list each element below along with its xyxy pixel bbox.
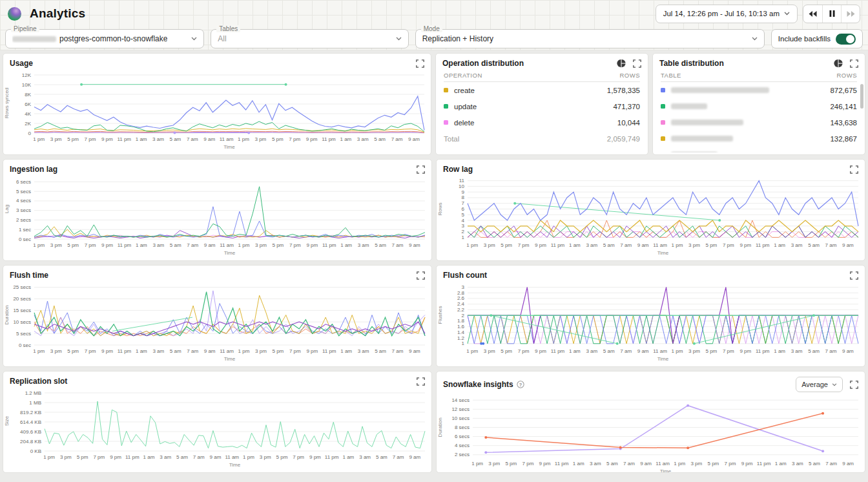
help-icon[interactable]: ? xyxy=(517,381,524,388)
svg-text:9 am: 9 am xyxy=(210,454,222,460)
expand-icon[interactable] xyxy=(850,271,858,280)
svg-text:11 am: 11 am xyxy=(220,348,234,354)
pie-chart-icon[interactable] xyxy=(834,59,843,68)
pie-chart-icon[interactable] xyxy=(617,59,626,68)
svg-text:3 pm: 3 pm xyxy=(255,348,267,354)
svg-text:1 am: 1 am xyxy=(143,454,155,460)
expand-icon[interactable] xyxy=(850,165,858,174)
svg-text:5: 5 xyxy=(462,212,465,218)
expand-icon[interactable] xyxy=(417,271,425,280)
flush-time-chart-canvas: 0 sec5 secs10 secs15 secs20 secs25 secs1… xyxy=(3,280,431,362)
scrollbar-thumb[interactable] xyxy=(860,84,863,109)
row-value: 84,567 xyxy=(834,151,857,153)
svg-text:11 pm: 11 pm xyxy=(756,242,770,248)
svg-text:3 am: 3 am xyxy=(160,454,171,460)
table-row: create1,578,335 xyxy=(444,82,640,98)
svg-text:8K: 8K xyxy=(25,92,31,98)
svg-text:8: 8 xyxy=(462,194,465,200)
flush-time-card: Flush time 0 sec5 secs10 secs15 secs20 s… xyxy=(3,265,432,367)
mode-select[interactable]: Mode Replication + History xyxy=(415,29,765,48)
svg-text:5 am: 5 am xyxy=(170,348,181,354)
svg-text:0 sec: 0 sec xyxy=(19,342,31,348)
svg-text:5 am: 5 am xyxy=(808,242,820,248)
date-range-button[interactable]: Jul 14, 12:26 pm - Jul 16, 10:13 am xyxy=(656,5,798,23)
svg-text:Duration: Duration xyxy=(437,417,443,437)
svg-text:7 pm: 7 pm xyxy=(289,136,300,142)
svg-text:5 pm: 5 pm xyxy=(67,242,79,248)
row-label: create xyxy=(454,87,475,94)
svg-text:6K: 6K xyxy=(25,101,31,107)
svg-text:1.6: 1.6 xyxy=(457,324,465,330)
svg-text:3 am: 3 am xyxy=(357,136,369,142)
svg-text:1: 1 xyxy=(462,341,465,346)
svg-text:1 pm: 1 pm xyxy=(672,242,683,248)
chart-title: Flush time xyxy=(10,271,48,280)
svg-text:1 am: 1 am xyxy=(136,348,147,354)
forward-button[interactable] xyxy=(841,5,860,23)
expand-icon[interactable] xyxy=(633,59,641,68)
svg-text:Time: Time xyxy=(224,250,236,256)
svg-text:2 secs: 2 secs xyxy=(16,217,31,223)
svg-text:7 pm: 7 pm xyxy=(289,348,301,354)
redacted-text xyxy=(12,36,56,42)
aggregate-select[interactable]: Average xyxy=(796,377,843,392)
svg-text:1 pm: 1 pm xyxy=(33,348,45,354)
svg-text:11 pm: 11 pm xyxy=(322,348,336,354)
svg-text:5 pm: 5 pm xyxy=(276,454,288,460)
svg-text:9 pm: 9 pm xyxy=(535,242,546,248)
expand-icon[interactable] xyxy=(417,165,425,174)
tables-value: All xyxy=(218,34,226,43)
svg-text:5 pm: 5 pm xyxy=(501,242,512,248)
ingestion-lag-chart-canvas: 0 sec1 sec2 secs3 secs4 secs5 secs6 secs… xyxy=(3,174,431,256)
table-total-row: Total2,059,749 xyxy=(444,131,640,147)
chevron-down-icon xyxy=(396,37,402,41)
tables-select[interactable]: Tables All xyxy=(211,29,408,48)
snowflake-insights-card: Snowflake insights ? Average 2 secs4 sec… xyxy=(436,371,865,473)
include-backfills-control: Include backfills xyxy=(771,29,863,48)
svg-text:14 secs: 14 secs xyxy=(451,397,470,403)
flush-count-card: Flush count 11.21.41.61.822.22.42.62.831… xyxy=(436,265,865,367)
svg-text:3 pm: 3 pm xyxy=(254,136,266,142)
svg-text:5 pm: 5 pm xyxy=(67,348,79,354)
flush-count-chart-canvas: 11.21.41.61.822.22.42.62.831 pm3 pm5 pm7… xyxy=(437,280,865,362)
svg-text:1.4: 1.4 xyxy=(457,330,465,335)
svg-text:Duration: Duration xyxy=(4,305,10,324)
svg-text:Rows: Rows xyxy=(437,202,443,215)
svg-text:819.2 KB: 819.2 KB xyxy=(20,410,41,415)
svg-text:3 pm: 3 pm xyxy=(60,454,72,460)
svg-text:1 pm: 1 pm xyxy=(238,348,250,354)
rewind-button[interactable] xyxy=(803,5,822,23)
chart-title: Row lag xyxy=(443,165,473,174)
row-value: 1,578,335 xyxy=(607,87,640,94)
svg-text:6 secs: 6 secs xyxy=(455,434,470,439)
svg-text:7 am: 7 am xyxy=(825,461,837,466)
series-swatch xyxy=(444,120,448,125)
svg-text:1 am: 1 am xyxy=(340,136,351,142)
svg-text:3 pm: 3 pm xyxy=(50,348,62,354)
series-swatch xyxy=(661,104,665,109)
forward-icon xyxy=(847,11,855,17)
svg-text:5 pm: 5 pm xyxy=(67,136,79,142)
chevron-down-icon xyxy=(191,37,197,41)
expand-icon[interactable] xyxy=(416,59,424,68)
row-value: 10,044 xyxy=(617,119,640,127)
svg-text:10: 10 xyxy=(459,183,464,189)
svg-text:1 am: 1 am xyxy=(573,461,584,466)
svg-text:20 secs: 20 secs xyxy=(13,296,31,302)
row-lag-card: Row lag 12345678910111 pm3 pm5 pm7 pm9 p… xyxy=(436,159,865,261)
svg-text:3 pm: 3 pm xyxy=(50,242,62,248)
svg-text:10K: 10K xyxy=(22,82,32,88)
expand-icon[interactable] xyxy=(850,381,858,389)
expand-icon[interactable] xyxy=(850,59,858,68)
svg-text:5 am: 5 am xyxy=(809,461,820,466)
include-backfills-toggle[interactable] xyxy=(836,34,856,45)
svg-text:5 secs: 5 secs xyxy=(16,331,31,337)
svg-text:7 am: 7 am xyxy=(392,242,404,248)
expand-icon[interactable] xyxy=(417,377,425,386)
svg-text:7 am: 7 am xyxy=(187,242,198,248)
svg-text:3 am: 3 am xyxy=(791,242,803,248)
pipeline-select[interactable]: Pipeline postgres-common-to-snowflake xyxy=(5,29,204,48)
svg-text:1 sec: 1 sec xyxy=(19,227,31,233)
pause-button[interactable] xyxy=(822,5,841,23)
pause-icon xyxy=(829,10,835,17)
